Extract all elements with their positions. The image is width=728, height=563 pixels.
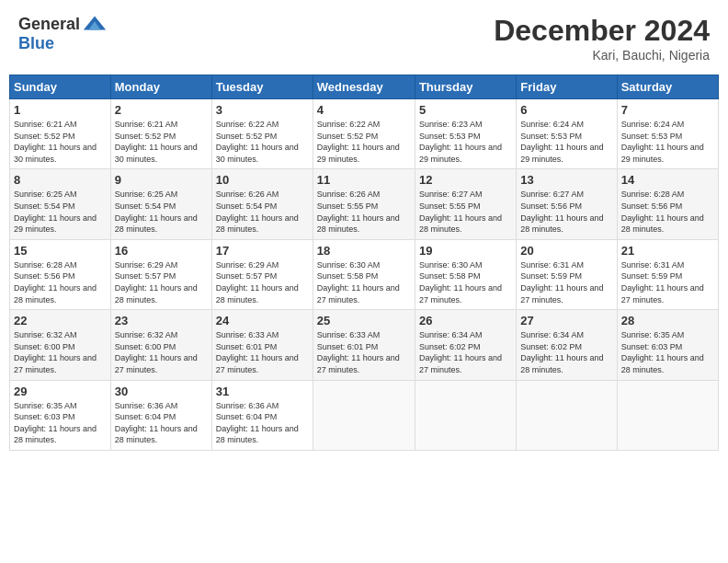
day-info: Sunrise: 6:21 AMSunset: 5:52 PMDaylight:… [115, 119, 208, 165]
calendar-cell: 19Sunrise: 6:30 AMSunset: 5:58 PMDayligh… [415, 239, 516, 309]
logo-blue-text: Blue [18, 34, 54, 53]
calendar-cell: 11Sunrise: 6:26 AMSunset: 5:55 PMDayligh… [313, 169, 415, 239]
location: Kari, Bauchi, Nigeria [494, 48, 710, 63]
day-number: 30 [115, 385, 208, 398]
calendar-cell: 15Sunrise: 6:28 AMSunset: 5:56 PMDayligh… [10, 239, 111, 309]
calendar-cell: 4Sunrise: 6:22 AMSunset: 5:52 PMDaylight… [313, 99, 415, 169]
day-number: 18 [317, 244, 411, 258]
calendar-cell [415, 380, 516, 450]
week-row-4: 22Sunrise: 6:32 AMSunset: 6:00 PMDayligh… [10, 310, 719, 380]
day-info: Sunrise: 6:33 AMSunset: 6:01 PMDaylight:… [317, 329, 411, 375]
day-number: 8 [14, 173, 107, 187]
day-header-saturday: Saturday [617, 75, 718, 99]
day-info: Sunrise: 6:25 AMSunset: 5:54 PMDaylight:… [115, 189, 208, 235]
day-info: Sunrise: 6:36 AMSunset: 6:04 PMDaylight:… [115, 400, 208, 446]
calendar-cell: 1Sunrise: 6:21 AMSunset: 5:52 PMDaylight… [10, 99, 111, 169]
calendar-cell: 16Sunrise: 6:29 AMSunset: 5:57 PMDayligh… [110, 239, 211, 309]
week-row-5: 29Sunrise: 6:35 AMSunset: 6:03 PMDayligh… [10, 380, 719, 450]
day-info: Sunrise: 6:33 AMSunset: 6:01 PMDaylight:… [216, 329, 309, 375]
day-info: Sunrise: 6:32 AMSunset: 6:00 PMDaylight:… [14, 329, 107, 375]
day-info: Sunrise: 6:29 AMSunset: 5:57 PMDaylight:… [216, 259, 309, 305]
day-number: 25 [317, 314, 411, 327]
calendar-cell: 29Sunrise: 6:35 AMSunset: 6:03 PMDayligh… [10, 380, 111, 450]
day-info: Sunrise: 6:27 AMSunset: 5:55 PMDaylight:… [419, 189, 512, 235]
day-info: Sunrise: 6:25 AMSunset: 5:54 PMDaylight:… [14, 189, 107, 235]
day-header-friday: Friday [517, 75, 617, 99]
day-number: 10 [216, 173, 309, 187]
calendar-cell: 6Sunrise: 6:24 AMSunset: 5:53 PMDaylight… [517, 99, 617, 169]
day-info: Sunrise: 6:28 AMSunset: 5:56 PMDaylight:… [621, 189, 714, 235]
day-number: 23 [115, 314, 208, 327]
day-info: Sunrise: 6:30 AMSunset: 5:58 PMDaylight:… [317, 259, 411, 305]
day-info: Sunrise: 6:22 AMSunset: 5:52 PMDaylight:… [317, 119, 411, 165]
week-row-1: 1Sunrise: 6:21 AMSunset: 5:52 PMDaylight… [10, 99, 719, 169]
day-number: 2 [115, 103, 208, 117]
logo-icon [82, 14, 108, 34]
day-header-monday: Monday [110, 75, 211, 99]
day-number: 17 [216, 244, 309, 258]
day-info: Sunrise: 6:35 AMSunset: 6:03 PMDaylight:… [14, 400, 107, 446]
calendar-cell: 3Sunrise: 6:22 AMSunset: 5:52 PMDaylight… [211, 99, 313, 169]
calendar-cell: 26Sunrise: 6:34 AMSunset: 6:02 PMDayligh… [415, 310, 516, 380]
day-info: Sunrise: 6:27 AMSunset: 5:56 PMDaylight:… [520, 189, 612, 235]
day-info: Sunrise: 6:23 AMSunset: 5:53 PMDaylight:… [419, 119, 512, 165]
calendar-cell: 8Sunrise: 6:25 AMSunset: 5:54 PMDaylight… [10, 169, 111, 239]
calendar-cell: 20Sunrise: 6:31 AMSunset: 5:59 PMDayligh… [517, 239, 617, 309]
day-number: 5 [419, 103, 512, 117]
day-number: 16 [115, 244, 208, 258]
day-number: 27 [520, 314, 612, 327]
day-info: Sunrise: 6:32 AMSunset: 6:00 PMDaylight:… [115, 329, 208, 375]
calendar-cell: 18Sunrise: 6:30 AMSunset: 5:58 PMDayligh… [313, 239, 415, 309]
day-number: 26 [419, 314, 512, 327]
calendar-cell: 28Sunrise: 6:35 AMSunset: 6:03 PMDayligh… [617, 310, 718, 380]
day-number: 21 [621, 244, 714, 258]
calendar-cell: 12Sunrise: 6:27 AMSunset: 5:55 PMDayligh… [415, 169, 516, 239]
day-number: 4 [317, 103, 411, 117]
calendar-cell: 30Sunrise: 6:36 AMSunset: 6:04 PMDayligh… [110, 380, 211, 450]
day-number: 14 [621, 173, 714, 187]
calendar-cell: 13Sunrise: 6:27 AMSunset: 5:56 PMDayligh… [517, 169, 617, 239]
day-number: 24 [216, 314, 309, 327]
calendar-table: SundayMondayTuesdayWednesdayThursdayFrid… [9, 75, 719, 451]
calendar-cell: 2Sunrise: 6:21 AMSunset: 5:52 PMDaylight… [110, 99, 211, 169]
day-number: 9 [115, 173, 208, 187]
day-header-tuesday: Tuesday [211, 75, 313, 99]
calendar-cell: 7Sunrise: 6:24 AMSunset: 5:53 PMDaylight… [617, 99, 718, 169]
day-info: Sunrise: 6:34 AMSunset: 6:02 PMDaylight:… [520, 329, 612, 375]
calendar-cell: 17Sunrise: 6:29 AMSunset: 5:57 PMDayligh… [211, 239, 313, 309]
calendar-cell: 25Sunrise: 6:33 AMSunset: 6:01 PMDayligh… [313, 310, 415, 380]
day-number: 31 [216, 385, 309, 398]
day-info: Sunrise: 6:28 AMSunset: 5:56 PMDaylight:… [14, 259, 107, 305]
day-info: Sunrise: 6:35 AMSunset: 6:03 PMDaylight:… [621, 329, 714, 375]
calendar-cell: 9Sunrise: 6:25 AMSunset: 5:54 PMDaylight… [110, 169, 211, 239]
calendar-cell [517, 380, 617, 450]
page-header: General Blue December 2024 Kari, Bauchi,… [9, 9, 719, 67]
day-info: Sunrise: 6:30 AMSunset: 5:58 PMDaylight:… [419, 259, 512, 305]
day-info: Sunrise: 6:21 AMSunset: 5:52 PMDaylight:… [14, 119, 107, 165]
day-header-wednesday: Wednesday [313, 75, 415, 99]
week-row-3: 15Sunrise: 6:28 AMSunset: 5:56 PMDayligh… [10, 239, 719, 309]
calendar-cell: 21Sunrise: 6:31 AMSunset: 5:59 PMDayligh… [617, 239, 718, 309]
day-number: 6 [520, 103, 612, 117]
calendar-cell: 5Sunrise: 6:23 AMSunset: 5:53 PMDaylight… [415, 99, 516, 169]
week-row-2: 8Sunrise: 6:25 AMSunset: 5:54 PMDaylight… [10, 169, 719, 239]
day-number: 29 [14, 385, 107, 398]
day-number: 28 [621, 314, 714, 327]
calendar-cell [313, 380, 415, 450]
day-number: 13 [520, 173, 612, 187]
day-info: Sunrise: 6:31 AMSunset: 5:59 PMDaylight:… [520, 259, 612, 305]
day-info: Sunrise: 6:26 AMSunset: 5:54 PMDaylight:… [216, 189, 309, 235]
day-info: Sunrise: 6:22 AMSunset: 5:52 PMDaylight:… [216, 119, 309, 165]
day-number: 11 [317, 173, 411, 187]
day-number: 19 [419, 244, 512, 258]
calendar-cell: 22Sunrise: 6:32 AMSunset: 6:00 PMDayligh… [10, 310, 111, 380]
logo[interactable]: General Blue [18, 14, 108, 53]
calendar-cell: 14Sunrise: 6:28 AMSunset: 5:56 PMDayligh… [617, 169, 718, 239]
days-header-row: SundayMondayTuesdayWednesdayThursdayFrid… [10, 75, 719, 99]
calendar-cell: 23Sunrise: 6:32 AMSunset: 6:00 PMDayligh… [110, 310, 211, 380]
day-info: Sunrise: 6:34 AMSunset: 6:02 PMDaylight:… [419, 329, 512, 375]
calendar-cell [617, 380, 718, 450]
calendar-cell: 24Sunrise: 6:33 AMSunset: 6:01 PMDayligh… [211, 310, 313, 380]
day-number: 12 [419, 173, 512, 187]
logo-general-text: General [18, 15, 80, 34]
